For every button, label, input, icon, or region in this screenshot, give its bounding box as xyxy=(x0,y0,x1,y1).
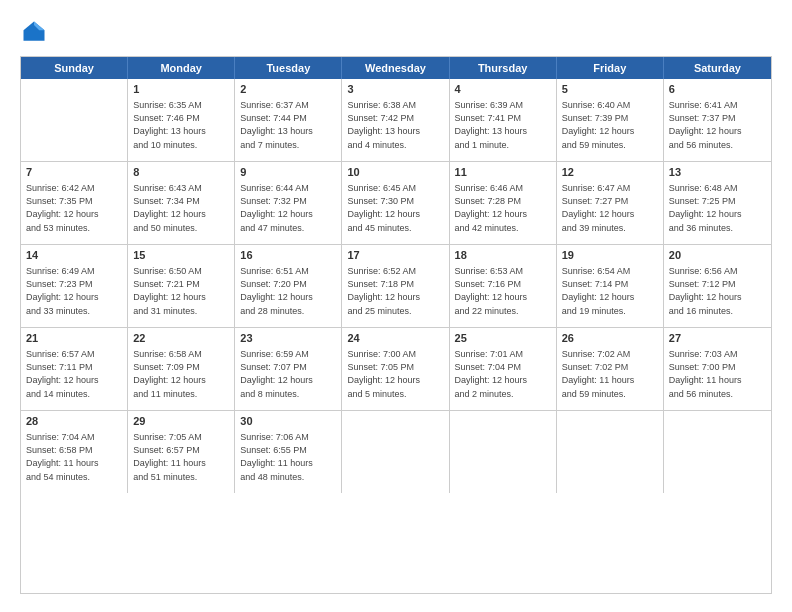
day-info: Sunrise: 7:02 AM Sunset: 7:02 PM Dayligh… xyxy=(562,348,658,400)
day-info: Sunrise: 6:50 AM Sunset: 7:21 PM Dayligh… xyxy=(133,265,229,317)
day-info: Sunrise: 6:58 AM Sunset: 7:09 PM Dayligh… xyxy=(133,348,229,400)
day-cell-20: 20Sunrise: 6:56 AM Sunset: 7:12 PM Dayli… xyxy=(664,245,771,327)
day-info: Sunrise: 6:37 AM Sunset: 7:44 PM Dayligh… xyxy=(240,99,336,151)
day-cell-8: 8Sunrise: 6:43 AM Sunset: 7:34 PM Daylig… xyxy=(128,162,235,244)
day-number: 2 xyxy=(240,82,336,97)
day-info: Sunrise: 6:53 AM Sunset: 7:16 PM Dayligh… xyxy=(455,265,551,317)
day-info: Sunrise: 6:47 AM Sunset: 7:27 PM Dayligh… xyxy=(562,182,658,234)
day-number: 5 xyxy=(562,82,658,97)
day-number: 29 xyxy=(133,414,229,429)
day-number: 10 xyxy=(347,165,443,180)
day-cell-10: 10Sunrise: 6:45 AM Sunset: 7:30 PM Dayli… xyxy=(342,162,449,244)
day-number: 23 xyxy=(240,331,336,346)
day-info: Sunrise: 6:38 AM Sunset: 7:42 PM Dayligh… xyxy=(347,99,443,151)
day-cell-9: 9Sunrise: 6:44 AM Sunset: 7:32 PM Daylig… xyxy=(235,162,342,244)
day-info: Sunrise: 6:49 AM Sunset: 7:23 PM Dayligh… xyxy=(26,265,122,317)
day-cell-3: 3Sunrise: 6:38 AM Sunset: 7:42 PM Daylig… xyxy=(342,79,449,161)
empty-cell-0-0 xyxy=(21,79,128,161)
day-cell-11: 11Sunrise: 6:46 AM Sunset: 7:28 PM Dayli… xyxy=(450,162,557,244)
weekday-header-thursday: Thursday xyxy=(450,57,557,79)
day-cell-12: 12Sunrise: 6:47 AM Sunset: 7:27 PM Dayli… xyxy=(557,162,664,244)
day-info: Sunrise: 6:39 AM Sunset: 7:41 PM Dayligh… xyxy=(455,99,551,151)
calendar: SundayMondayTuesdayWednesdayThursdayFrid… xyxy=(20,56,772,594)
day-number: 14 xyxy=(26,248,122,263)
day-number: 7 xyxy=(26,165,122,180)
day-number: 12 xyxy=(562,165,658,180)
day-cell-30: 30Sunrise: 7:06 AM Sunset: 6:55 PM Dayli… xyxy=(235,411,342,493)
day-info: Sunrise: 6:46 AM Sunset: 7:28 PM Dayligh… xyxy=(455,182,551,234)
day-number: 4 xyxy=(455,82,551,97)
day-info: Sunrise: 6:42 AM Sunset: 7:35 PM Dayligh… xyxy=(26,182,122,234)
weekday-header-saturday: Saturday xyxy=(664,57,771,79)
day-number: 19 xyxy=(562,248,658,263)
day-info: Sunrise: 7:06 AM Sunset: 6:55 PM Dayligh… xyxy=(240,431,336,483)
day-info: Sunrise: 6:57 AM Sunset: 7:11 PM Dayligh… xyxy=(26,348,122,400)
day-number: 22 xyxy=(133,331,229,346)
day-number: 9 xyxy=(240,165,336,180)
weekday-header-wednesday: Wednesday xyxy=(342,57,449,79)
day-info: Sunrise: 6:35 AM Sunset: 7:46 PM Dayligh… xyxy=(133,99,229,151)
empty-cell-4-5 xyxy=(557,411,664,493)
day-cell-7: 7Sunrise: 6:42 AM Sunset: 7:35 PM Daylig… xyxy=(21,162,128,244)
day-number: 1 xyxy=(133,82,229,97)
weekday-header-friday: Friday xyxy=(557,57,664,79)
day-cell-6: 6Sunrise: 6:41 AM Sunset: 7:37 PM Daylig… xyxy=(664,79,771,161)
day-info: Sunrise: 7:01 AM Sunset: 7:04 PM Dayligh… xyxy=(455,348,551,400)
calendar-row-4: 28Sunrise: 7:04 AM Sunset: 6:58 PM Dayli… xyxy=(21,411,771,493)
day-cell-15: 15Sunrise: 6:50 AM Sunset: 7:21 PM Dayli… xyxy=(128,245,235,327)
day-cell-14: 14Sunrise: 6:49 AM Sunset: 7:23 PM Dayli… xyxy=(21,245,128,327)
calendar-body: 1Sunrise: 6:35 AM Sunset: 7:46 PM Daylig… xyxy=(21,79,771,493)
calendar-row-2: 14Sunrise: 6:49 AM Sunset: 7:23 PM Dayli… xyxy=(21,245,771,328)
day-cell-26: 26Sunrise: 7:02 AM Sunset: 7:02 PM Dayli… xyxy=(557,328,664,410)
day-cell-28: 28Sunrise: 7:04 AM Sunset: 6:58 PM Dayli… xyxy=(21,411,128,493)
day-cell-17: 17Sunrise: 6:52 AM Sunset: 7:18 PM Dayli… xyxy=(342,245,449,327)
day-number: 24 xyxy=(347,331,443,346)
day-cell-1: 1Sunrise: 6:35 AM Sunset: 7:46 PM Daylig… xyxy=(128,79,235,161)
calendar-row-0: 1Sunrise: 6:35 AM Sunset: 7:46 PM Daylig… xyxy=(21,79,771,162)
day-number: 3 xyxy=(347,82,443,97)
day-number: 26 xyxy=(562,331,658,346)
day-cell-16: 16Sunrise: 6:51 AM Sunset: 7:20 PM Dayli… xyxy=(235,245,342,327)
day-number: 11 xyxy=(455,165,551,180)
day-cell-29: 29Sunrise: 7:05 AM Sunset: 6:57 PM Dayli… xyxy=(128,411,235,493)
day-cell-13: 13Sunrise: 6:48 AM Sunset: 7:25 PM Dayli… xyxy=(664,162,771,244)
day-number: 20 xyxy=(669,248,766,263)
calendar-header: SundayMondayTuesdayWednesdayThursdayFrid… xyxy=(21,57,771,79)
day-number: 21 xyxy=(26,331,122,346)
day-number: 8 xyxy=(133,165,229,180)
empty-cell-4-4 xyxy=(450,411,557,493)
header xyxy=(20,18,772,46)
day-info: Sunrise: 6:59 AM Sunset: 7:07 PM Dayligh… xyxy=(240,348,336,400)
day-cell-18: 18Sunrise: 6:53 AM Sunset: 7:16 PM Dayli… xyxy=(450,245,557,327)
day-number: 6 xyxy=(669,82,766,97)
day-info: Sunrise: 7:05 AM Sunset: 6:57 PM Dayligh… xyxy=(133,431,229,483)
day-number: 27 xyxy=(669,331,766,346)
day-info: Sunrise: 6:41 AM Sunset: 7:37 PM Dayligh… xyxy=(669,99,766,151)
day-cell-2: 2Sunrise: 6:37 AM Sunset: 7:44 PM Daylig… xyxy=(235,79,342,161)
empty-cell-4-6 xyxy=(664,411,771,493)
day-cell-23: 23Sunrise: 6:59 AM Sunset: 7:07 PM Dayli… xyxy=(235,328,342,410)
day-info: Sunrise: 6:56 AM Sunset: 7:12 PM Dayligh… xyxy=(669,265,766,317)
day-number: 16 xyxy=(240,248,336,263)
day-info: Sunrise: 6:40 AM Sunset: 7:39 PM Dayligh… xyxy=(562,99,658,151)
day-cell-5: 5Sunrise: 6:40 AM Sunset: 7:39 PM Daylig… xyxy=(557,79,664,161)
day-info: Sunrise: 6:44 AM Sunset: 7:32 PM Dayligh… xyxy=(240,182,336,234)
day-info: Sunrise: 6:52 AM Sunset: 7:18 PM Dayligh… xyxy=(347,265,443,317)
logo xyxy=(20,18,52,46)
weekday-header-tuesday: Tuesday xyxy=(235,57,342,79)
day-info: Sunrise: 6:48 AM Sunset: 7:25 PM Dayligh… xyxy=(669,182,766,234)
calendar-row-1: 7Sunrise: 6:42 AM Sunset: 7:35 PM Daylig… xyxy=(21,162,771,245)
calendar-row-3: 21Sunrise: 6:57 AM Sunset: 7:11 PM Dayli… xyxy=(21,328,771,411)
day-cell-4: 4Sunrise: 6:39 AM Sunset: 7:41 PM Daylig… xyxy=(450,79,557,161)
day-cell-19: 19Sunrise: 6:54 AM Sunset: 7:14 PM Dayli… xyxy=(557,245,664,327)
day-info: Sunrise: 6:45 AM Sunset: 7:30 PM Dayligh… xyxy=(347,182,443,234)
day-info: Sunrise: 6:51 AM Sunset: 7:20 PM Dayligh… xyxy=(240,265,336,317)
day-cell-24: 24Sunrise: 7:00 AM Sunset: 7:05 PM Dayli… xyxy=(342,328,449,410)
day-number: 13 xyxy=(669,165,766,180)
day-number: 28 xyxy=(26,414,122,429)
day-number: 15 xyxy=(133,248,229,263)
weekday-header-sunday: Sunday xyxy=(21,57,128,79)
day-info: Sunrise: 7:04 AM Sunset: 6:58 PM Dayligh… xyxy=(26,431,122,483)
page: SundayMondayTuesdayWednesdayThursdayFrid… xyxy=(0,0,792,612)
day-cell-21: 21Sunrise: 6:57 AM Sunset: 7:11 PM Dayli… xyxy=(21,328,128,410)
